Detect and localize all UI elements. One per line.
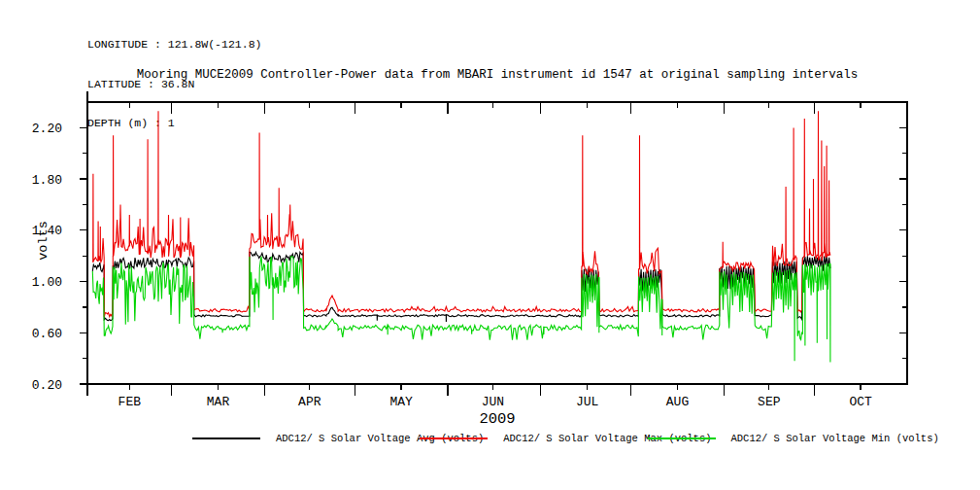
y-tick-label: 0.60 — [32, 327, 62, 341]
y-tick-label: 1.80 — [32, 173, 62, 188]
x-tick-label: APR — [298, 395, 321, 409]
legend-label-min: ADC12/ S Solar Voltage Min (volts) — [726, 433, 943, 444]
x-tick-label: JUN — [482, 395, 504, 409]
plot-frame — [87, 91, 907, 384]
x-tick-label: MAR — [207, 395, 230, 409]
mbari-power-plot-page: LONGITUDE : 121.8W(-121.8) LATITUDE : 36… — [0, 0, 980, 490]
y-tick-label: 0.20 — [32, 378, 62, 393]
y-tick-label: 1.00 — [32, 275, 62, 290]
x-axis-year-label: 2009 — [449, 410, 546, 428]
legend-line-max — [420, 438, 488, 439]
y-tick-label: 2.20 — [32, 122, 62, 136]
x-tick-label: MAY — [389, 395, 413, 409]
legend-line-min — [648, 438, 716, 439]
y-tick-labels: 0.200.601.001.401.802.20 — [32, 122, 62, 393]
legend-line-avg — [192, 438, 260, 439]
x-tick-label: JUL — [576, 395, 598, 409]
x-tick-label: OCT — [849, 395, 872, 409]
y-tick-label: 1.40 — [32, 224, 62, 238]
series-min-line — [92, 257, 830, 363]
x-tick-label: FEB — [118, 395, 142, 409]
x-tick-labels: FEBMARAPRMAYJUNJULAUGSEPOCT — [118, 395, 872, 409]
x-tick-label: AUG — [666, 395, 689, 409]
legend: ADC12/ S Solar Voltage Avg (volts) ADC12… — [192, 433, 943, 444]
x-tick-label: SEP — [758, 395, 781, 409]
